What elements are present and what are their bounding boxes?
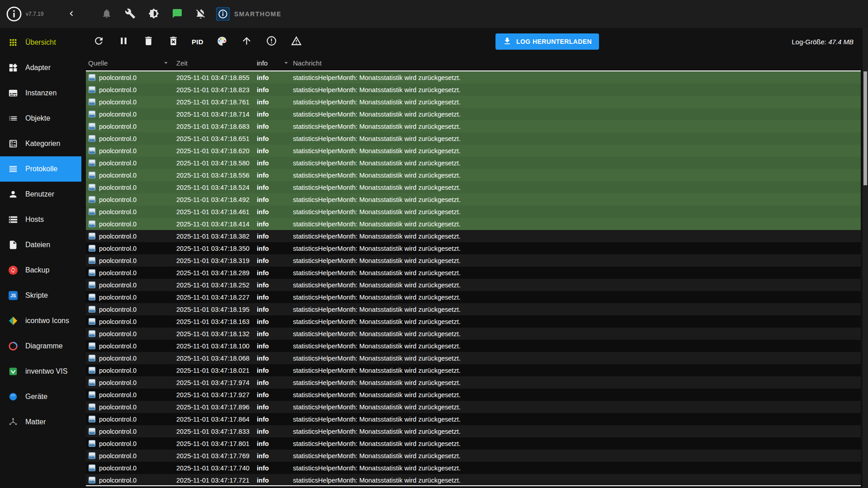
- column-header-source[interactable]: Quelle: [86, 59, 176, 67]
- log-row[interactable]: poolcontrol.0 2025-11-01 03:47:17.833 in…: [86, 425, 861, 437]
- log-row[interactable]: poolcontrol.0 2025-11-01 03:47:18.651 in…: [86, 132, 861, 145]
- log-source-label: poolcontrol.0: [99, 465, 137, 472]
- log-row[interactable]: poolcontrol.0 2025-11-01 03:47:17.801 in…: [86, 437, 861, 450]
- download-icon: [503, 37, 512, 47]
- sidebar-item-objekte[interactable]: Objekte: [0, 106, 81, 131]
- show-pid-button[interactable]: PID: [192, 38, 203, 46]
- log-severity: info: [257, 221, 293, 228]
- sidebar-item-benutzer[interactable]: Benutzer: [0, 182, 81, 207]
- sidebar-item-kategorien[interactable]: Kategorien: [0, 131, 81, 156]
- column-header-source-label: Quelle: [88, 59, 108, 67]
- chat-button[interactable]: [171, 8, 184, 20]
- instances-icon: [8, 88, 19, 99]
- log-row[interactable]: poolcontrol.0 2025-11-01 03:47:18.252 in…: [86, 279, 861, 291]
- adapter-icon: [88, 342, 96, 350]
- log-row[interactable]: poolcontrol.0 2025-11-01 03:47:17.769 in…: [86, 450, 861, 462]
- host-selector[interactable]: SMARTHOME: [216, 7, 281, 21]
- sidebar-item-inventwo-vis[interactable]: inventwo VIS: [0, 359, 81, 384]
- sidebar-item-adapter[interactable]: Adapter: [0, 55, 81, 80]
- sidebar-item-geraete[interactable]: Geräte: [0, 384, 81, 409]
- download-log-button[interactable]: LOG HERUNTERLADEN: [495, 33, 599, 50]
- log-row[interactable]: poolcontrol.0 2025-11-01 03:47:17.721 in…: [86, 474, 861, 486]
- log-row[interactable]: poolcontrol.0 2025-11-01 03:47:17.740 in…: [86, 462, 861, 474]
- sidebar-item-uebersicht[interactable]: Übersicht: [0, 30, 81, 55]
- log-source-label: poolcontrol.0: [99, 428, 137, 435]
- log-row[interactable]: poolcontrol.0 2025-11-01 03:47:18.319 in…: [86, 254, 861, 267]
- notifications-button[interactable]: [100, 8, 113, 20]
- theme-toggle-button[interactable]: [147, 8, 160, 20]
- log-row[interactable]: poolcontrol.0 2025-11-01 03:47:18.021 in…: [86, 364, 861, 376]
- icontwo-icon: [8, 315, 19, 326]
- sidebar-item-dateien[interactable]: Dateien: [0, 232, 81, 258]
- log-toolbar: PID LOG HERUNTERLADEN: [81, 28, 868, 55]
- log-row[interactable]: poolcontrol.0 2025-11-01 03:47:17.974 in…: [86, 376, 861, 389]
- sidebar-item-label: Benutzer: [25, 190, 54, 198]
- log-row[interactable]: poolcontrol.0 2025-11-01 03:47:18.195 in…: [86, 303, 861, 315]
- scrollbar-thumb[interactable]: [863, 71, 867, 185]
- sidebar-item-label: icontwo Icons: [25, 317, 69, 325]
- log-row[interactable]: poolcontrol.0 2025-11-01 03:47:18.620 in…: [86, 145, 861, 157]
- errors-filter-button[interactable]: [265, 35, 278, 48]
- refresh-button[interactable]: [92, 35, 105, 48]
- ballot-icon: [8, 138, 19, 149]
- sidebar-item-matter[interactable]: Matter: [0, 409, 81, 435]
- log-row[interactable]: poolcontrol.0 2025-11-01 03:47:18.461 in…: [86, 206, 861, 218]
- log-row[interactable]: poolcontrol.0 2025-11-01 03:47:18.556 in…: [86, 169, 861, 181]
- log-row[interactable]: poolcontrol.0 2025-11-01 03:47:18.683 in…: [86, 120, 861, 132]
- clear-log-on-disk-button[interactable]: [167, 35, 179, 48]
- log-source-label: poolcontrol.0: [99, 208, 137, 216]
- expert-mode-button[interactable]: [124, 8, 137, 20]
- log-row[interactable]: poolcontrol.0 2025-11-01 03:47:18.132 in…: [86, 328, 861, 340]
- log-source-label: poolcontrol.0: [99, 367, 137, 374]
- colorize-button[interactable]: [216, 35, 228, 48]
- log-source-label: poolcontrol.0: [99, 343, 137, 350]
- warnings-filter-button[interactable]: [290, 35, 303, 48]
- log-row[interactable]: poolcontrol.0 2025-11-01 03:47:18.855 in…: [86, 71, 861, 84]
- sidebar-item-skripte[interactable]: JS Skripte: [0, 283, 81, 308]
- log-row[interactable]: poolcontrol.0 2025-11-01 03:47:18.163 in…: [86, 315, 861, 328]
- sidebar-item-label: Backup: [25, 266, 49, 274]
- log-row[interactable]: poolcontrol.0 2025-11-01 03:47:18.382 in…: [86, 230, 861, 242]
- log-row[interactable]: poolcontrol.0 2025-11-01 03:47:18.100 in…: [86, 340, 861, 352]
- scroll-to-top-button[interactable]: [241, 35, 253, 48]
- log-row[interactable]: poolcontrol.0 2025-11-01 03:47:18.227 in…: [86, 291, 861, 303]
- log-row[interactable]: poolcontrol.0 2025-11-01 03:47:17.864 in…: [86, 413, 861, 425]
- adapter-icon: [88, 305, 96, 313]
- log-table-body: poolcontrol.0 2025-11-01 03:47:18.855 in…: [86, 71, 861, 486]
- log-row[interactable]: poolcontrol.0 2025-11-01 03:47:18.823 in…: [86, 84, 861, 96]
- log-source-label: poolcontrol.0: [99, 147, 137, 155]
- log-row[interactable]: poolcontrol.0 2025-11-01 03:47:18.492 in…: [86, 193, 861, 206]
- log-row[interactable]: poolcontrol.0 2025-11-01 03:47:18.289 in…: [86, 267, 861, 279]
- log-row[interactable]: poolcontrol.0 2025-11-01 03:47:17.896 in…: [86, 401, 861, 413]
- log-time: 2025-11-01 03:47:17.801: [176, 440, 257, 447]
- clear-log-button[interactable]: [142, 35, 155, 48]
- log-row[interactable]: poolcontrol.0 2025-11-01 03:47:18.414 in…: [86, 218, 861, 230]
- sidebar-item-icontwo[interactable]: icontwo Icons: [0, 308, 81, 333]
- log-row[interactable]: poolcontrol.0 2025-11-01 03:47:18.068 in…: [86, 352, 861, 364]
- sidebar-item-hosts[interactable]: Hosts: [0, 207, 81, 232]
- sidebar-item-diagramme[interactable]: Diagramme: [0, 333, 81, 359]
- mute-notifications-button[interactable]: [194, 8, 207, 20]
- refresh-icon: [93, 35, 104, 48]
- matter-icon: [8, 417, 19, 427]
- sidebar-item-label: inventwo VIS: [25, 367, 67, 375]
- column-header-severity[interactable]: info: [257, 59, 293, 67]
- person-icon: [8, 189, 19, 200]
- sidebar-item-instanzen[interactable]: Instanzen: [0, 80, 81, 106]
- log-message: statisticsHelperMonth: Monatsstatistik w…: [293, 172, 861, 179]
- sidebar-item-protokolle[interactable]: Protokolle: [0, 156, 81, 182]
- log-row[interactable]: poolcontrol.0 2025-11-01 03:47:18.350 in…: [86, 242, 861, 254]
- sidebar-collapse-button[interactable]: [65, 8, 78, 20]
- log-row[interactable]: poolcontrol.0 2025-11-01 03:47:18.761 in…: [86, 96, 861, 108]
- log-source-label: poolcontrol.0: [99, 282, 137, 289]
- log-message: statisticsHelperMonth: Monatsstatistik w…: [293, 74, 861, 81]
- log-severity: info: [257, 99, 293, 106]
- log-row[interactable]: poolcontrol.0 2025-11-01 03:47:18.714 in…: [86, 108, 861, 120]
- log-row[interactable]: poolcontrol.0 2025-11-01 03:47:18.524 in…: [86, 181, 861, 193]
- log-row[interactable]: poolcontrol.0 2025-11-01 03:47:18.580 in…: [86, 157, 861, 169]
- pause-button[interactable]: [117, 35, 130, 48]
- log-row[interactable]: poolcontrol.0 2025-11-01 03:47:17.927 in…: [86, 389, 861, 401]
- sidebar-item-backup[interactable]: Backup: [0, 258, 81, 283]
- scrollbar-track[interactable]: [863, 28, 868, 488]
- log-source-label: poolcontrol.0: [99, 379, 137, 386]
